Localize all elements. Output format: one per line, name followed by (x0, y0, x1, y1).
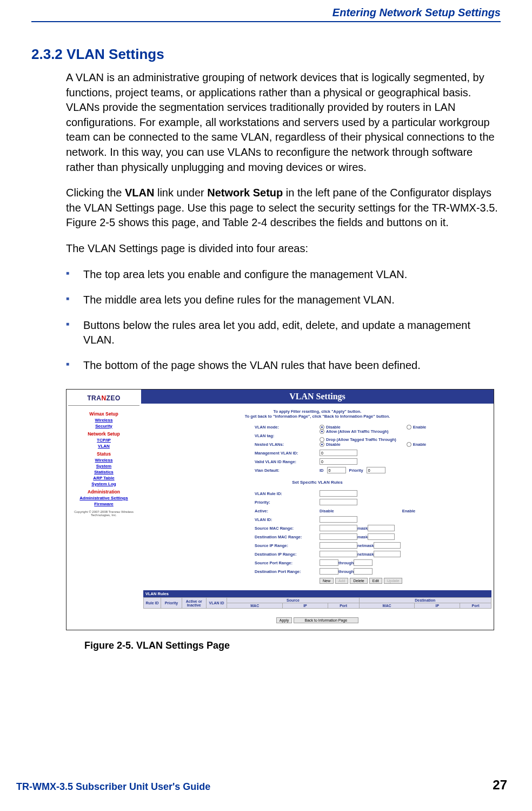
input-src-mac[interactable] (320, 525, 357, 531)
label-vlan-id: VLAN ID: (255, 517, 320, 522)
p2-a: Clicking the (66, 187, 125, 199)
input-src-ip-netmask[interactable] (374, 542, 401, 549)
th-src-port: Port (328, 603, 359, 609)
nav-security[interactable]: Security (95, 424, 112, 428)
label-dst-port: Destination Port Range: (255, 569, 320, 574)
th-dest: Destination (359, 598, 491, 603)
label-src-mac: Source MAC Range: (255, 526, 320, 531)
figure-wrapper: TRANZEO Wimax Setup Wireless Security Ne… (66, 389, 501, 651)
input-dst-mac[interactable] (320, 533, 357, 540)
label-src-ip: Source IP Range: (255, 543, 320, 548)
th-dst-mac: MAC (359, 603, 415, 609)
nav-cat-network: Network Setup (88, 431, 120, 437)
input-dst-ip[interactable] (320, 551, 357, 557)
paragraph-1: A VLAN is an administrative grouping of … (66, 70, 501, 175)
input-dst-ip-netmask[interactable] (374, 551, 401, 557)
nav-syslog[interactable]: System Log (91, 482, 116, 486)
src-port-through-label: through (338, 561, 354, 565)
paragraph-2: Clicking the VLAN link under Network Set… (66, 186, 501, 230)
dst-port-through-label: through (338, 569, 354, 574)
th-vlan-id: VLAN ID (206, 598, 227, 609)
input-src-mac-mask[interactable] (368, 525, 395, 531)
input-default-id[interactable]: 0 (327, 467, 346, 473)
page-title: VLAN Settings (141, 390, 494, 406)
radio-nested-disable[interactable]: Disable (320, 442, 341, 447)
default-id-label: ID (320, 468, 324, 473)
delete-button[interactable]: Delete (350, 578, 367, 584)
input-src-port-from[interactable] (320, 559, 338, 566)
th-rule-id: Rule ID (144, 598, 161, 609)
figure-caption: Figure 2-5. VLAN Settings Page (84, 640, 501, 651)
bullet-3: Buttons below the rules area let you add… (66, 318, 501, 347)
bottom-buttons: Apply Back to Information Page (143, 618, 491, 623)
input-default-prio[interactable]: 0 (367, 467, 385, 473)
label-mgmt-id: Management VLAN ID: (255, 451, 320, 456)
label-nested: Nested VLANs: (255, 442, 320, 447)
th-dst-port: Port (460, 603, 491, 609)
new-button[interactable]: New (320, 578, 334, 584)
src-mac-mask-label: mask (357, 526, 368, 531)
section-heading: 2.3.2 VLAN Settings (31, 46, 501, 63)
input-dst-mac-mask[interactable] (368, 533, 395, 540)
radio-nested-enable[interactable]: Enable (407, 442, 427, 447)
rules-form: VLAN Rule ID: Priority: Active: DisableE… (141, 489, 494, 588)
nav-adminset[interactable]: Administrative Settings (79, 496, 128, 500)
nav-system[interactable]: System (96, 464, 111, 469)
logo-suffix: ZEO (107, 394, 121, 402)
dst-ip-netmask-label: netmask (357, 552, 374, 557)
nav-cat-admin: Administration (88, 489, 120, 494)
rules-section: VLAN Rules Rule ID Priority Active or In… (141, 588, 494, 624)
bullet-4: The bottom of the page shows the VLAN ru… (66, 358, 501, 373)
label-vlan-mode: VLAN mode: (255, 425, 320, 430)
p2-b: link under (154, 187, 207, 199)
logo-n: N (101, 394, 106, 402)
paragraph-3: The VLAN Settings page is divided into f… (66, 241, 501, 256)
input-rule-id[interactable] (320, 490, 357, 497)
nav-vlan[interactable]: VLAN (98, 444, 110, 449)
main-panel: VLAN Settings To apply Filter resetting,… (141, 390, 494, 630)
nav-wireless[interactable]: Wireless (95, 418, 113, 423)
add-button[interactable]: Add (335, 578, 348, 584)
radio-tag-allow[interactable]: Allow (Allow All Traffic Through) (320, 429, 389, 434)
label-priority: Priority: (255, 500, 320, 505)
form-area: VLAN mode: Disable Enable VLAN tag: Allo… (141, 421, 494, 477)
logo-prefix: TRA (87, 394, 101, 402)
edit-button[interactable]: Edit (369, 578, 382, 584)
radio-nested-enable-label: Enable (413, 442, 427, 447)
footer-title: TR-WMX-3.5 Subscriber Unit User's Guide (16, 781, 210, 793)
bullet-2: The middle area lets you define rules fo… (66, 293, 501, 307)
input-mgmt-id[interactable]: 0 (320, 450, 357, 456)
table-row (144, 609, 491, 616)
rule-buttons: New Add Delete Edit Update (320, 578, 489, 584)
nav-firmware[interactable]: Firmware (94, 502, 114, 506)
th-dst-ip: IP (415, 603, 460, 609)
input-valid-range[interactable]: 0 (320, 458, 357, 465)
nav-arp[interactable]: ARP Table (93, 476, 114, 480)
update-button[interactable]: Update (384, 578, 403, 584)
label-valid-range: Valid VLAN ID Range: (255, 459, 320, 464)
input-dst-port-to[interactable] (354, 568, 373, 575)
input-src-ip[interactable] (320, 542, 357, 549)
input-src-port-to[interactable] (354, 559, 373, 566)
nav-statistics[interactable]: Statistics (94, 470, 114, 474)
input-dst-port-from[interactable] (320, 568, 338, 575)
nav-tcpip[interactable]: TCP/IP (97, 438, 111, 443)
src-ip-netmask-label: netmask (357, 543, 374, 548)
th-source: Source (227, 598, 359, 603)
notice: To apply Filter resetting, click "Apply"… (141, 406, 494, 422)
subheading-rules: Set Specific VLAN Rules (141, 477, 494, 489)
input-priority[interactable] (320, 499, 357, 505)
p2-vlan-bold: VLAN (125, 187, 154, 199)
th-src-ip: IP (283, 603, 328, 609)
active-enable: Enable (402, 509, 416, 513)
copyright: Copyright © 2007-2008 Tranzeo Wireless T… (68, 510, 139, 517)
dst-mac-mask-label: mask (357, 535, 368, 539)
input-vlan-id[interactable] (320, 516, 357, 523)
label-vlan-tag: VLAN tag: (255, 433, 320, 438)
nav-cat-wimax: Wimax Setup (89, 411, 118, 417)
apply-button[interactable]: Apply (276, 617, 292, 623)
label-vlan-default: Vlan Default: (255, 468, 320, 473)
nav-wireless2[interactable]: Wireless (95, 458, 113, 463)
back-button[interactable]: Back to Information Page (294, 617, 359, 623)
radio-nested-disable-label: Disable (326, 442, 341, 447)
